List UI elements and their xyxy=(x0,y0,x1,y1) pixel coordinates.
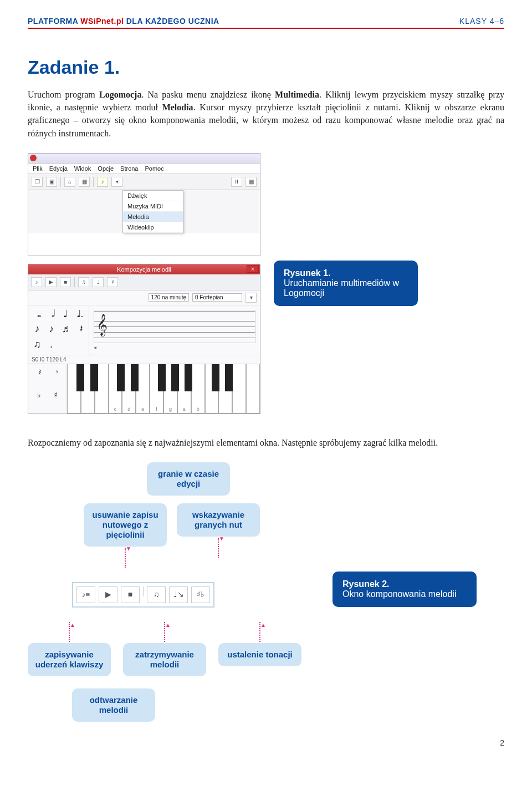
page-number: 2 xyxy=(28,738,504,747)
caption2-title: Rysunek 2. xyxy=(342,579,467,589)
label-wskazywanie: wskazywanie granych nut xyxy=(177,503,260,537)
komp-btn-1[interactable]: ♪ xyxy=(31,277,42,287)
tempo-instrument-row: 120 na minutę 0 Fortepian ▾ xyxy=(28,290,260,305)
header-brand: WSiPnet.pl xyxy=(80,17,124,25)
komp-btn-5[interactable]: ♩ xyxy=(93,277,104,287)
canvas-area[interactable] xyxy=(28,233,260,256)
intro-paragraph: Uruchom program Logomocja. Na pasku menu… xyxy=(28,88,504,140)
toolbar-btn-6[interactable]: ▾ xyxy=(111,177,122,187)
dropdown-wideoklip[interactable]: Wideoklip xyxy=(123,222,183,233)
p1-f: Melodia xyxy=(162,103,193,112)
status-line: S0 I0 T120 L4 xyxy=(28,355,260,364)
note-quarter-dot-icon[interactable]: ♩. xyxy=(74,309,85,321)
p1-d: Multimedia xyxy=(275,90,319,99)
scroll-indicator[interactable]: ◂ xyxy=(94,344,255,350)
tempo-field[interactable]: 120 na minutę xyxy=(149,293,189,302)
paragraph-2: Rozpoczniemy od zapoznania się z najważn… xyxy=(28,436,504,449)
fig-btn-play[interactable]: ▶ xyxy=(99,586,117,603)
komp-btn-3[interactable]: ■ xyxy=(60,277,71,287)
toolbar-sep2 xyxy=(93,177,94,187)
header-rest: DLA KAŻDEGO UCZNIA xyxy=(124,17,219,25)
note-beam-icon[interactable]: ♫ xyxy=(32,339,43,351)
fig-sep xyxy=(143,586,144,596)
menu-strona[interactable]: Strona xyxy=(120,165,138,172)
toolbar-btn-8[interactable]: ▦ xyxy=(245,177,257,187)
extra-rest2-icon[interactable]: 𝄾 xyxy=(49,368,64,388)
toolbar-btn-1[interactable]: ❐ xyxy=(32,177,43,187)
staff[interactable]: 𝄞 xyxy=(94,310,255,343)
treble-clef-icon: 𝄞 xyxy=(96,314,108,336)
label-odtwarzanie: odtwarzanie melodii xyxy=(72,688,155,722)
fig-btn-edit-play[interactable]: ♫ xyxy=(147,586,166,603)
toolbar-btn-7[interactable]: ⏸ xyxy=(231,177,242,187)
label-granie-w-czasie: granie w czasie edycji xyxy=(147,462,230,496)
keyboard-extras: 𝄽 𝄾 ♭ ♯ xyxy=(28,364,67,414)
dropdown-dzwiek[interactable]: Dźwięk xyxy=(123,191,183,201)
figure-2-caption: Rysunek 2. Okno komponowania melodii xyxy=(332,572,477,607)
menu-opcje[interactable]: Opcje xyxy=(98,165,114,172)
fig-btn-stop[interactable]: ■ xyxy=(121,586,140,603)
multimedia-dropdown: Dźwięk Muzyka MIDI Melodia Wideoklip xyxy=(122,190,183,233)
note-whole-icon[interactable]: 𝅝 xyxy=(32,309,43,321)
komp-titlebar: Kompozycja melodii × xyxy=(28,264,260,274)
main-toolbar: ❐ ▣ ⌂ ▦ ♪ ▾ ⏸ ▦ xyxy=(28,174,260,190)
dropdown-melodia[interactable]: Melodia xyxy=(123,212,183,222)
toolbar-btn-2[interactable]: ▣ xyxy=(46,177,57,187)
connector-5 xyxy=(259,622,260,642)
logomocja-window: Plik Edycja Widok Opcje Strona Pomoc ❐ ▣… xyxy=(28,153,260,256)
notes-pane: 𝅝 𝅗𝅥 ♩ ♩. ♪ ♪ ♬ 𝄽 ♫ . 𝄞 xyxy=(28,305,260,355)
komp-btn-6[interactable]: ♯ xyxy=(107,277,118,287)
extra-flat-icon[interactable]: ♭ xyxy=(32,390,47,410)
note-palette: 𝅝 𝅗𝅥 ♩ ♩. ♪ ♪ ♬ 𝄽 ♫ . xyxy=(28,305,89,355)
caption2-text: Okno komponowania melodii xyxy=(342,589,467,599)
key-b: b xyxy=(192,406,204,412)
komp-btn-2[interactable]: ▶ xyxy=(45,277,57,287)
key-e: e xyxy=(136,406,149,412)
keyboard-area: 𝄽 𝄾 ♭ ♯ c d e f g a xyxy=(28,364,260,414)
extra-sharp-icon[interactable]: ♯ xyxy=(49,390,64,410)
menu-plik[interactable]: Plik xyxy=(33,165,43,172)
menu-pomoc[interactable]: Pomoc xyxy=(145,165,164,172)
close-icon[interactable]: × xyxy=(247,265,259,273)
header-platforma: PLATFORMA xyxy=(28,17,80,25)
note-dot-icon[interactable]: . xyxy=(46,339,57,351)
toolbar-multimedia[interactable]: ♪ xyxy=(97,177,108,187)
toolbar-btn-3[interactable]: ⌂ xyxy=(64,177,75,187)
note-rest-icon[interactable]: 𝄽 xyxy=(74,324,85,336)
instrument-dropdown-icon[interactable]: ▾ xyxy=(245,293,257,303)
header-divider xyxy=(28,28,504,29)
p1-b: Logomocja xyxy=(99,90,141,99)
menu-edycja[interactable]: Edycja xyxy=(49,165,68,172)
komp-toolbar: ♪ ▶ ■ ♫ ♩ ♯ xyxy=(28,274,260,290)
extra-rest-icon[interactable]: 𝄽 xyxy=(32,368,47,388)
header-left: PLATFORMA WSiPnet.pl DLA KAŻDEGO UCZNIA xyxy=(28,17,219,25)
fig-btn-record[interactable]: ♪≡ xyxy=(76,586,95,603)
fig-btn-key[interactable]: ♯♭ xyxy=(191,586,210,603)
key-g: g xyxy=(164,406,177,412)
fig-btn-point[interactable]: ♩↘ xyxy=(169,586,188,603)
key-f: f xyxy=(150,406,163,412)
komp-title: Kompozycja melodii xyxy=(28,264,260,274)
connector-2 xyxy=(218,538,219,558)
melody-composition-window: Kompozycja melodii × ♪ ▶ ■ ♫ ♩ ♯ 120 na … xyxy=(28,264,260,414)
menu-widok[interactable]: Widok xyxy=(74,165,91,172)
caption1-text: Uruchamianie multimediów w Logomocji xyxy=(284,278,408,298)
note-half-icon[interactable]: 𝅗𝅥 xyxy=(46,309,57,321)
piano-keyboard[interactable]: c d e f g a b xyxy=(67,364,260,414)
instrument-field[interactable]: 0 Fortepian xyxy=(192,293,242,302)
note-eighth2-icon[interactable]: ♪ xyxy=(46,324,57,336)
toolbar-sep xyxy=(60,177,61,187)
figure-1-caption: Rysunek 1. Uruchamianie multimediów w Lo… xyxy=(274,261,418,306)
label-zatrzymywanie: zatrzymywanie melodii xyxy=(123,643,206,676)
note-eighth-icon[interactable]: ♪ xyxy=(32,324,43,336)
toolbar-btn-4[interactable]: ▦ xyxy=(79,177,90,187)
label-zapisywanie: zapisywanie uderzeń klawiszy xyxy=(28,643,111,676)
note-quarter-icon[interactable]: ♩ xyxy=(60,309,71,321)
key-c: c xyxy=(109,406,122,412)
komp-btn-4[interactable]: ♫ xyxy=(78,277,89,287)
toolbar-diagram: granie w czasie edycji usuwanie zapisu n… xyxy=(28,462,316,722)
label-usuwanie-zapisu: usuwanie zapisu nutowego z pięciolinii xyxy=(84,503,167,547)
dropdown-muzyka-midi[interactable]: Muzyka MIDI xyxy=(123,201,183,212)
label-ustalenie: ustalenie tonacji xyxy=(218,643,301,666)
note-sixteenth-icon[interactable]: ♬ xyxy=(60,324,71,336)
